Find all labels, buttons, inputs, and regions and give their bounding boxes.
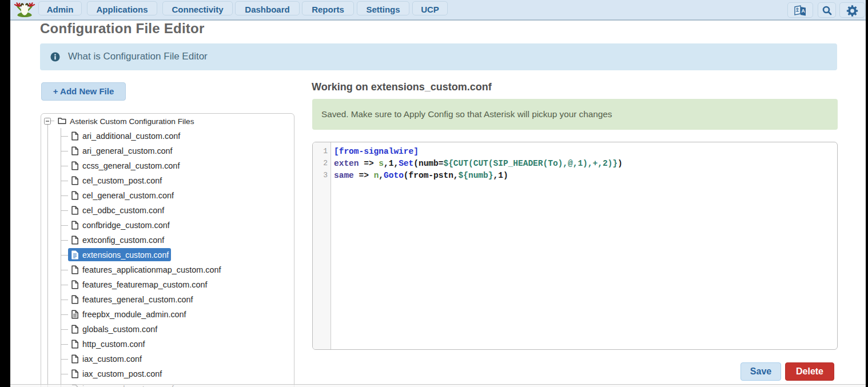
svg-text:A: A (802, 8, 805, 14)
